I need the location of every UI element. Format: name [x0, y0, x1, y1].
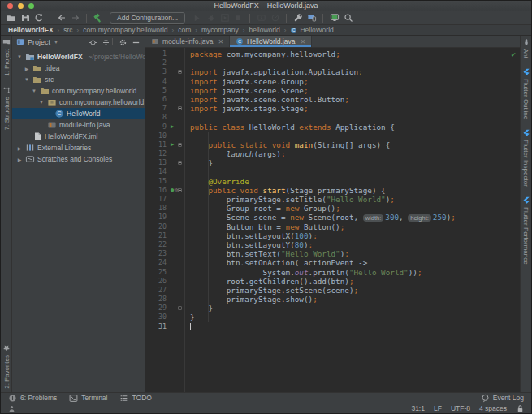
- fold-marker-icon[interactable]: [178, 106, 182, 110]
- hide-panel-icon[interactable]: [132, 38, 141, 47]
- tool-window-stripe-button[interactable]: Ant: [522, 38, 530, 58]
- tool-window-button-6-problems[interactable]: 6: Problems: [8, 394, 57, 403]
- module-icon: [47, 120, 57, 130]
- editor-tab-module-info-java[interactable]: module-info.java✕: [145, 36, 230, 47]
- device-manager-icon[interactable]: [305, 12, 318, 24]
- tool-window-stripe-button[interactable]: 1: Project: [2, 38, 11, 76]
- code-line: 15 @Override: [150, 177, 520, 186]
- navigate-forward-icon[interactable]: [69, 12, 81, 24]
- tree-item-scratches-and-consoles[interactable]: ▶Scratches and Consoles: [12, 153, 145, 165]
- tree-item-com-mycompany-helloworld[interactable]: ▼com.mycompany.helloworld: [12, 85, 145, 97]
- project-panel-title[interactable]: Project: [28, 38, 50, 46]
- tree-item-com-mycompany-helloworld[interactable]: ▼com.mycompany.helloworld: [12, 97, 145, 108]
- gutter: [168, 86, 184, 95]
- inspections-ok-icon[interactable]: ✔: [512, 50, 516, 58]
- indent-setting[interactable]: 4 spaces: [479, 404, 507, 412]
- add-configuration-button[interactable]: Add Configuration...: [110, 12, 185, 24]
- tree-item-helloworldfx[interactable]: ▼HelloWorldFX~/projects/HelloWorldFX: [12, 51, 145, 63]
- code-line: 31: [150, 322, 520, 331]
- inspections-hector-icon[interactable]: [7, 404, 16, 413]
- breadcrumb-item[interactable]: com: [178, 26, 191, 34]
- navigate-back-icon[interactable]: [55, 12, 67, 24]
- code-text: import javafx.application.Application;: [184, 67, 363, 76]
- line-number: 18: [150, 204, 168, 213]
- save-all-icon[interactable]: [19, 12, 31, 24]
- code-line: 23 btn.setText("Hello World");: [150, 249, 520, 258]
- window-title: HelloWorldFX – HelloWorld.java: [1, 2, 531, 10]
- locate-icon[interactable]: [89, 38, 97, 47]
- problems-icon: [8, 394, 17, 403]
- gutter: [168, 95, 184, 104]
- code-text: [184, 322, 191, 331]
- chevron-down-icon[interactable]: ▼: [24, 77, 30, 82]
- tool-window-stripe-button[interactable]: Flutter Inspector: [522, 129, 530, 187]
- chevron-down-icon[interactable]: ▼: [16, 54, 23, 59]
- stop-icon[interactable]: [232, 12, 244, 24]
- title-bar: HelloWorldFX – HelloWorld.java: [1, 1, 531, 11]
- chevron-down-icon[interactable]: ▼: [31, 88, 37, 93]
- breadcrumb-item[interactable]: com.mycompany.helloworld: [83, 26, 167, 34]
- tree-item-src[interactable]: ▼src: [12, 74, 145, 85]
- attach-debugger-icon[interactable]: [255, 12, 267, 24]
- code-line: 16●↑@ public void start(Stage primarySta…: [150, 186, 520, 195]
- run-icon[interactable]: [191, 12, 203, 24]
- fold-marker-icon[interactable]: [178, 70, 182, 74]
- line-ending[interactable]: LF: [434, 404, 442, 412]
- event-log-button[interactable]: Event Log: [481, 394, 524, 403]
- tree-item-helloworldfx-iml[interactable]: HelloWorldFX.iml: [12, 131, 145, 142]
- line-number: 24: [150, 258, 168, 267]
- class-icon: C: [236, 37, 244, 45]
- chevron-down-icon[interactable]: ▼: [38, 100, 45, 105]
- run-gutter-icon[interactable]: ▶: [171, 142, 174, 148]
- chevron-right-icon[interactable]: ▶: [16, 157, 23, 162]
- breadcrumb-item[interactable]: mycompany: [201, 26, 239, 34]
- gutter: [168, 231, 184, 240]
- profiler-icon[interactable]: [269, 12, 281, 24]
- tool-window-stripe-button[interactable]: 2: Favorites: [2, 344, 11, 389]
- synchronize-icon[interactable]: [32, 12, 45, 24]
- chevron-down-icon[interactable]: ▼: [54, 40, 58, 45]
- breadcrumb-item[interactable]: helloworld: [249, 26, 279, 34]
- fold-marker-icon[interactable]: [178, 161, 182, 165]
- tool-window-stripe-button[interactable]: Flutter Outline: [522, 68, 530, 119]
- tree-item-external-libraries[interactable]: ▶External Libraries: [12, 142, 145, 153]
- breadcrumb-item[interactable]: src: [63, 26, 72, 34]
- gutter: [168, 67, 184, 76]
- run-gutter-icon[interactable]: ▶: [171, 124, 174, 130]
- file-encoding[interactable]: UTF-8: [451, 404, 470, 412]
- gear-icon[interactable]: [119, 38, 128, 47]
- editor-tab-helloworld-java[interactable]: CHelloWorld.java✕: [230, 36, 312, 47]
- fold-marker-icon[interactable]: [178, 188, 182, 192]
- line-number: 6: [150, 95, 168, 104]
- breadcrumb-item[interactable]: CHelloWorld: [290, 26, 333, 34]
- collapse-all-icon[interactable]: [102, 38, 110, 47]
- chevron-right-icon[interactable]: ▶: [24, 66, 30, 71]
- run-with-coverage-icon[interactable]: [218, 12, 231, 24]
- tool-window-stripe-button[interactable]: Flutter Performance: [522, 196, 530, 265]
- debug-icon[interactable]: [205, 12, 217, 24]
- gutter: [168, 132, 184, 140]
- tool-window-button-todo[interactable]: TODO: [119, 394, 151, 403]
- tree-item--idea[interactable]: ▶.idea: [12, 63, 145, 74]
- emulator-monitor-icon[interactable]: [328, 12, 340, 24]
- tree-item-module-info-java[interactable]: module-info.java: [12, 119, 145, 131]
- tree-item-helloworld[interactable]: CHelloWorld: [12, 108, 145, 119]
- chevron-right-icon[interactable]: ▶: [16, 145, 23, 151]
- sdk-manager-wrench-icon[interactable]: [292, 12, 304, 24]
- build-hammer-icon[interactable]: [92, 12, 104, 24]
- project-tool-icon: [2, 38, 11, 46]
- tool-window-button-terminal[interactable]: Terminal: [69, 394, 107, 403]
- lock-icon[interactable]: [516, 404, 525, 413]
- open-project-icon[interactable]: [5, 12, 17, 24]
- fold-marker-icon[interactable]: [178, 306, 182, 310]
- breadcrumb-item[interactable]: HelloWorldFX: [8, 26, 54, 34]
- fold-marker-icon[interactable]: [178, 143, 182, 147]
- code-editor[interactable]: 1package com.mycompany.helloworld;23impo…: [145, 48, 520, 392]
- close-tab-icon[interactable]: ✕: [300, 38, 305, 45]
- close-tab-icon[interactable]: ✕: [218, 38, 223, 45]
- tool-window-stripe-button[interactable]: 7: Structure: [2, 86, 11, 130]
- search-everywhere-icon[interactable]: [342, 12, 354, 24]
- breadcrumb-separator-icon: ›: [243, 27, 245, 34]
- project-panel-header: Project ▼: [12, 36, 145, 49]
- caret-position[interactable]: 31:1: [411, 404, 425, 412]
